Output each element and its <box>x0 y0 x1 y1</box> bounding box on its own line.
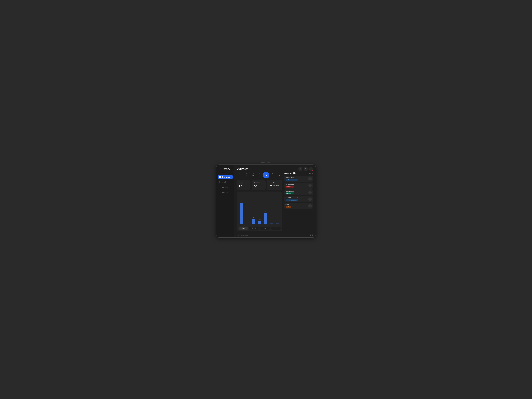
cal-dot <box>266 177 266 177</box>
activity-name: Landing page <box>285 177 298 178</box>
cal-dot <box>240 177 240 177</box>
tag-icon: 🔴 <box>286 186 288 187</box>
add-button[interactable]: + <box>298 167 302 171</box>
period-btn-week[interactable]: Week <box>239 227 248 230</box>
period-btn-all[interactable]: All <box>271 227 281 230</box>
activity-info: Noon trainning 🔴 Sports <box>285 184 294 188</box>
cal-day-12[interactable]: T 12 <box>256 172 263 178</box>
chart-bar-label: <1hr <box>259 219 260 220</box>
chart-x-label: S <box>274 224 280 226</box>
cal-day-letter: W <box>253 173 253 174</box>
activity-tag: 🖥 Web development <box>285 199 298 201</box>
stats-row: Projects 20 Activities 56 Time 543h 24m <box>237 180 282 190</box>
sidebar-item-label: Activities <box>222 186 228 188</box>
cal-day-letter: T <box>246 173 247 174</box>
cal-day-letter: M <box>240 173 241 174</box>
svg-rect-3 <box>220 177 221 178</box>
play-button[interactable]: ▶ <box>308 197 312 201</box>
activity-tag: 🔴 Sports <box>285 186 294 188</box>
filter-button[interactable] <box>304 167 308 171</box>
chart-bar <box>252 219 255 224</box>
play-button[interactable]: ▶ <box>308 204 312 208</box>
chart-card: 10h1hr<1hr4h MTWTFSS WeekMonthYearAll <box>237 191 282 231</box>
sidebar-item-activities[interactable]: Activities <box>218 185 233 189</box>
sidebar: Timevity Dashboard <box>216 165 234 237</box>
footer-right: NR <box>310 234 313 236</box>
sidebar-item-goals[interactable]: Goals <box>218 180 233 184</box>
sidebar-item-projects[interactable]: Projects <box>218 190 233 194</box>
period-btn-month[interactable]: Month <box>249 227 259 230</box>
footer-left: TIME TRACKING APP <box>237 235 253 236</box>
time-value: 543h 24m <box>269 184 280 187</box>
activity-card-2: Piano Lessons 🎹 Music ▶ <box>284 189 313 195</box>
dashboard-icon <box>219 176 221 178</box>
play-button[interactable]: ▶ <box>308 177 312 181</box>
svg-rect-2 <box>219 177 220 178</box>
chart-bar-label: 10h <box>241 201 242 202</box>
chart-bar-col-S <box>269 196 274 224</box>
view-all-link[interactable]: View all <box>308 172 313 174</box>
cal-dot <box>253 177 253 177</box>
activity-info: Piano Lessons 🎹 Music <box>285 190 294 194</box>
activity-info: Landing page 🖥 Web development <box>285 177 298 181</box>
chart-bar <box>270 222 273 224</box>
chart-bar-col-S <box>275 196 281 224</box>
time-label: Time <box>269 182 280 184</box>
cal-day-11[interactable]: W 11 <box>250 172 256 178</box>
cal-day-15[interactable]: S 15 <box>276 172 282 178</box>
avatar-dot <box>312 170 313 171</box>
chart-area: 10h1hr<1hr4h MTWTFSS <box>239 193 281 226</box>
cal-day-10[interactable]: T 10 <box>243 172 250 178</box>
activity-card-3: Food delivery website 🖥 Web development … <box>284 196 313 202</box>
period-btn-year[interactable]: Year <box>260 227 270 230</box>
avatar-button[interactable] <box>309 167 313 171</box>
chart-bar <box>258 221 261 224</box>
calendar-row: M 9 T 10 W 11 T 12 F 13 S 14 S 15 <box>237 172 282 178</box>
logo-text: Timevity <box>223 168 230 170</box>
activity-info: Cardio 🏅 Gym <box>285 204 291 208</box>
cal-day-9[interactable]: M 9 <box>237 172 243 178</box>
chart-bar-label: 4h <box>265 211 266 212</box>
chart-bar-col-T <box>245 196 250 224</box>
chart-x-label: M <box>239 224 245 226</box>
projects-icon <box>219 191 221 193</box>
version-label: TABLET VERSION <box>259 161 273 163</box>
chart-x-label: W <box>251 224 257 226</box>
section-header: Recent activities View all <box>284 172 313 174</box>
cal-day-num: 11 <box>252 175 254 177</box>
period-buttons: WeekMonthYearAll <box>239 227 281 230</box>
cal-day-letter: S <box>279 173 279 174</box>
activity-card-1: Noon trainning 🔴 Sports ▶ <box>284 183 313 189</box>
cal-day-num: 14 <box>272 175 273 177</box>
activity-info: Food delivery website 🖥 Web development <box>285 197 298 201</box>
tag-label: Web development <box>288 200 297 201</box>
tag-icon: 🖥 <box>286 179 287 180</box>
tablet-frame: Timevity Dashboard <box>216 165 316 238</box>
sidebar-logo: Timevity <box>216 167 234 171</box>
tag-icon: 🖥 <box>286 200 287 201</box>
tag-label: Web development <box>288 179 297 180</box>
activity-name: Food delivery website <box>285 197 298 199</box>
cal-day-14[interactable]: S 14 <box>269 172 276 178</box>
chart-bar-col-W: 1hr <box>251 196 257 224</box>
chart-bar-col-M: 10h <box>239 196 245 224</box>
cal-day-13[interactable]: F 13 <box>263 172 269 178</box>
right-panel: Recent activities View all Landing page … <box>284 172 313 231</box>
activity-name: Cardio <box>285 204 291 205</box>
activity-list: Landing page 🖥 Web development ▶ Noon tr… <box>284 176 313 209</box>
activity-name: Piano Lessons <box>285 190 294 192</box>
chart-x-label: T <box>257 224 262 226</box>
chart-bar-label: 1hr <box>253 217 254 218</box>
sidebar-item-dashboard[interactable]: Dashboard <box>218 175 233 179</box>
play-button[interactable]: ▶ <box>308 184 312 187</box>
play-button[interactable]: ▶ <box>308 191 312 194</box>
body-layout: M 9 T 10 W 11 T 12 F 13 S 14 S 15 Projec… <box>234 172 316 233</box>
sidebar-item-label: Goals <box>222 181 226 183</box>
logo-icon <box>219 167 222 171</box>
activity-card-0: Landing page 🖥 Web development ▶ <box>284 176 313 182</box>
tag-icon: 🎹 <box>286 193 288 194</box>
tag-label: Music <box>288 193 291 194</box>
cal-day-letter: F <box>266 173 266 174</box>
activities-icon <box>219 186 221 188</box>
main-content: Overview + <box>234 165 316 237</box>
